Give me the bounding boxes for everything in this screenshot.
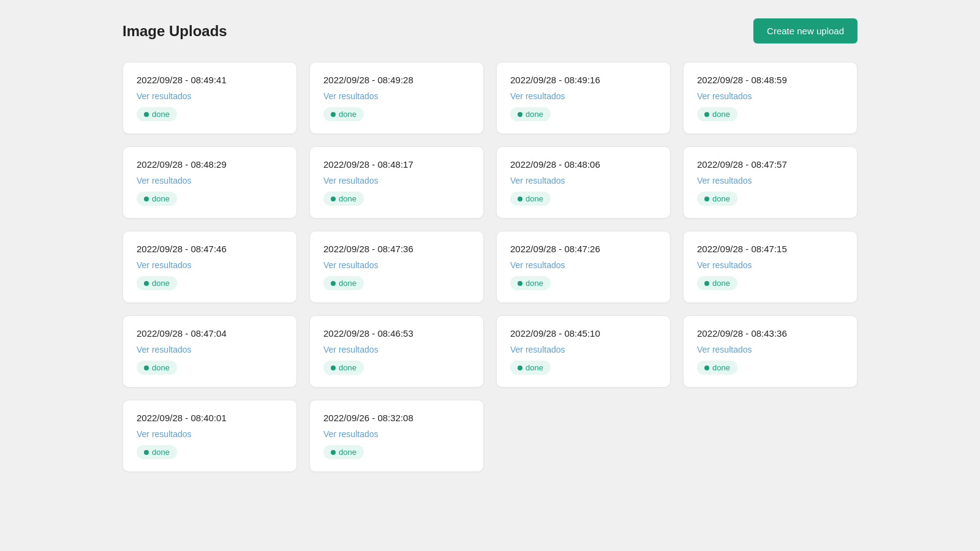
card-ver-resultados-link[interactable]: Ver resultados — [137, 260, 283, 270]
status-badge: done — [510, 276, 551, 290]
page-container: Image Uploads Create new upload 2022/09/… — [0, 0, 980, 490]
status-dot-icon — [144, 365, 149, 370]
status-label: done — [712, 194, 730, 203]
card-ver-resultados-link[interactable]: Ver resultados — [323, 91, 470, 101]
card-ver-resultados-link[interactable]: Ver resultados — [137, 176, 283, 186]
status-badge: done — [697, 107, 737, 121]
status-label: done — [339, 194, 356, 203]
status-label: done — [712, 110, 730, 119]
status-badge: done — [323, 445, 364, 459]
card-timestamp: 2022/09/28 - 08:48:59 — [697, 75, 843, 85]
upload-card: 2022/09/28 - 08:45:10Ver resultadosdone — [496, 315, 671, 388]
status-badge: done — [137, 276, 177, 290]
status-badge: done — [510, 192, 551, 206]
status-dot-icon — [144, 197, 149, 201]
status-badge: done — [323, 107, 364, 121]
card-timestamp: 2022/09/28 - 08:46:53 — [323, 328, 470, 339]
status-label: done — [339, 110, 356, 119]
card-timestamp: 2022/09/28 - 08:47:46 — [137, 244, 283, 254]
upload-card: 2022/09/28 - 08:48:59Ver resultadosdone — [683, 62, 858, 134]
status-badge: done — [137, 361, 177, 375]
status-dot-icon — [144, 112, 149, 117]
status-label: done — [526, 363, 543, 372]
status-label: done — [526, 279, 543, 288]
card-timestamp: 2022/09/28 - 08:49:41 — [137, 75, 283, 85]
card-ver-resultados-link[interactable]: Ver resultados — [323, 345, 470, 354]
upload-card: 2022/09/28 - 08:47:04Ver resultadosdone — [123, 315, 297, 388]
card-ver-resultados-link[interactable]: Ver resultados — [697, 176, 843, 186]
status-badge: done — [137, 107, 177, 121]
status-label: done — [339, 363, 356, 372]
status-badge: done — [323, 276, 364, 290]
status-dot-icon — [704, 112, 709, 117]
status-badge: done — [697, 192, 737, 206]
card-timestamp: 2022/09/28 - 08:47:04 — [137, 328, 283, 339]
status-dot-icon — [331, 112, 336, 117]
status-label: done — [152, 363, 170, 372]
upload-card: 2022/09/28 - 08:48:06Ver resultadosdone — [496, 146, 671, 219]
card-ver-resultados-link[interactable]: Ver resultados — [697, 345, 843, 354]
status-dot-icon — [704, 365, 709, 370]
card-ver-resultados-link[interactable]: Ver resultados — [510, 345, 657, 354]
card-ver-resultados-link[interactable]: Ver resultados — [137, 429, 283, 439]
upload-card: 2022/09/28 - 08:49:41Ver resultadosdone — [123, 62, 297, 134]
status-badge: done — [510, 361, 551, 375]
status-badge: done — [137, 192, 177, 206]
card-ver-resultados-link[interactable]: Ver resultados — [697, 91, 843, 101]
card-timestamp: 2022/09/28 - 08:47:26 — [510, 244, 657, 254]
card-ver-resultados-link[interactable]: Ver resultados — [510, 176, 657, 186]
card-ver-resultados-link[interactable]: Ver resultados — [323, 429, 470, 439]
status-dot-icon — [144, 450, 149, 455]
upload-card: 2022/09/28 - 08:43:36Ver resultadosdone — [683, 315, 858, 388]
card-ver-resultados-link[interactable]: Ver resultados — [510, 260, 657, 270]
card-ver-resultados-link[interactable]: Ver resultados — [323, 176, 470, 186]
status-dot-icon — [331, 450, 336, 455]
status-dot-icon — [518, 197, 522, 201]
upload-card: 2022/09/26 - 08:32:08Ver resultadosdone — [309, 400, 484, 472]
upload-card: 2022/09/28 - 08:47:26Ver resultadosdone — [496, 231, 671, 303]
status-dot-icon — [704, 281, 709, 286]
status-label: done — [152, 279, 170, 288]
status-label: done — [152, 194, 170, 203]
status-dot-icon — [144, 281, 149, 286]
card-timestamp: 2022/09/28 - 08:49:16 — [510, 75, 657, 85]
card-timestamp: 2022/09/28 - 08:45:10 — [510, 328, 657, 339]
card-timestamp: 2022/09/28 - 08:48:17 — [323, 159, 470, 170]
card-timestamp: 2022/09/26 - 08:32:08 — [323, 413, 470, 423]
card-timestamp: 2022/09/28 - 08:48:06 — [510, 159, 657, 170]
page-title: Image Uploads — [123, 23, 227, 40]
status-label: done — [152, 110, 170, 119]
status-badge: done — [510, 107, 551, 121]
upload-card: 2022/09/28 - 08:47:15Ver resultadosdone — [683, 231, 858, 303]
card-timestamp: 2022/09/28 - 08:47:36 — [323, 244, 470, 254]
card-timestamp: 2022/09/28 - 08:48:29 — [137, 159, 283, 170]
card-ver-resultados-link[interactable]: Ver resultados — [137, 91, 283, 101]
status-label: done — [339, 279, 356, 288]
status-badge: done — [323, 192, 364, 206]
card-timestamp: 2022/09/28 - 08:40:01 — [137, 413, 283, 423]
upload-card: 2022/09/28 - 08:47:57Ver resultadosdone — [683, 146, 858, 219]
status-label: done — [526, 194, 543, 203]
card-timestamp: 2022/09/28 - 08:49:28 — [323, 75, 470, 85]
status-dot-icon — [331, 197, 336, 201]
card-timestamp: 2022/09/28 - 08:43:36 — [697, 328, 843, 339]
cards-grid: 2022/09/28 - 08:49:41Ver resultadosdone2… — [123, 62, 858, 472]
card-ver-resultados-link[interactable]: Ver resultados — [137, 345, 283, 354]
status-badge: done — [323, 361, 364, 375]
card-ver-resultados-link[interactable]: Ver resultados — [510, 91, 657, 101]
create-upload-button[interactable]: Create new upload — [753, 18, 858, 43]
upload-card: 2022/09/28 - 08:46:53Ver resultadosdone — [309, 315, 484, 388]
page-header: Image Uploads Create new upload — [123, 18, 858, 43]
status-label: done — [712, 363, 730, 372]
upload-card: 2022/09/28 - 08:47:36Ver resultadosdone — [309, 231, 484, 303]
status-label: done — [526, 110, 543, 119]
status-badge: done — [697, 361, 737, 375]
status-badge: done — [697, 276, 737, 290]
status-dot-icon — [331, 365, 336, 370]
upload-card: 2022/09/28 - 08:49:16Ver resultadosdone — [496, 62, 671, 134]
status-label: done — [152, 448, 170, 457]
card-ver-resultados-link[interactable]: Ver resultados — [697, 260, 843, 270]
status-badge: done — [137, 445, 177, 459]
upload-card: 2022/09/28 - 08:49:28Ver resultadosdone — [309, 62, 484, 134]
card-ver-resultados-link[interactable]: Ver resultados — [323, 260, 470, 270]
